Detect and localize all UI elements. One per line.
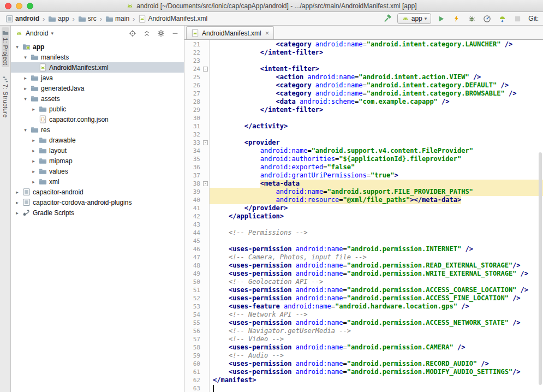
code-line-33[interactable]: <provider bbox=[210, 139, 543, 147]
expander-closed-icon[interactable]: ▸ bbox=[14, 210, 20, 216]
code-line-25[interactable]: <action android:name="android.intent.act… bbox=[210, 73, 543, 81]
tree-item-drawable[interactable]: ▸drawable bbox=[11, 135, 184, 145]
tree-item-layout[interactable]: ▸layout bbox=[11, 145, 184, 156]
expander-closed-icon[interactable]: ▸ bbox=[31, 158, 37, 164]
close-tab-icon[interactable]: × bbox=[265, 29, 270, 37]
collapse-all-button[interactable] bbox=[142, 29, 151, 38]
fold-collapse-icon[interactable]: - bbox=[203, 67, 208, 72]
code-line-56[interactable]: <!-- Navigator.getUserMedia --> bbox=[210, 327, 543, 335]
code-line-45[interactable] bbox=[210, 237, 543, 245]
git-widget[interactable]: Git: bbox=[528, 15, 539, 22]
code-line-55[interactable]: <uses-permission android:name="android.p… bbox=[210, 319, 543, 327]
code-line-51[interactable]: <uses-permission android:name="android.p… bbox=[210, 286, 543, 294]
code-line-62[interactable]: </manifest> bbox=[210, 376, 543, 384]
breadcrumb-main[interactable]: main bbox=[104, 14, 130, 23]
attach-debugger-button[interactable] bbox=[497, 13, 508, 24]
apply-changes-button[interactable] bbox=[451, 13, 462, 24]
tree-item-androidmanifest-xml[interactable]: AndroidManifest.xml bbox=[11, 62, 184, 73]
code-line-60[interactable]: <uses-permission android:name="android.p… bbox=[210, 360, 543, 368]
expander-closed-icon[interactable]: ▸ bbox=[31, 148, 37, 153]
minimize-window-button[interactable] bbox=[16, 3, 22, 9]
code-line-41[interactable]: </provider> bbox=[210, 204, 543, 212]
expander-closed-icon[interactable]: ▸ bbox=[14, 189, 20, 195]
expander-closed-icon[interactable]: ▸ bbox=[14, 200, 20, 205]
code-line-49[interactable]: <uses-permission android:name="android.p… bbox=[210, 270, 543, 278]
code-line-54[interactable]: <!-- Network API --> bbox=[210, 311, 543, 319]
fold-collapse-icon[interactable]: - bbox=[203, 140, 208, 145]
code-line-27[interactable]: <category android:name="android.intent.c… bbox=[210, 90, 543, 98]
code-line-53[interactable]: <uses-feature android:name="android.hard… bbox=[210, 302, 543, 311]
stop-button[interactable] bbox=[512, 13, 523, 24]
expander-closed-icon[interactable]: ▸ bbox=[22, 86, 28, 91]
build-button[interactable] bbox=[382, 13, 393, 24]
code-line-35[interactable]: android:authorities="${applicationId}.fi… bbox=[210, 155, 543, 163]
tree-item-generatedjava[interactable]: ▸generatedJava bbox=[11, 83, 184, 93]
tree-item-capacitor-cordova-android-plugins[interactable]: ▸capacitor-cordova-android-plugins bbox=[11, 197, 184, 207]
locate-file-button[interactable] bbox=[128, 29, 137, 38]
run-button[interactable] bbox=[435, 13, 446, 24]
tree-item-gradle-scripts[interactable]: ▸Gradle Scripts bbox=[11, 207, 184, 218]
debug-button[interactable] bbox=[466, 13, 477, 24]
breadcrumb-app[interactable]: app bbox=[47, 14, 70, 23]
code-line-30[interactable] bbox=[210, 114, 543, 122]
code-line-31[interactable]: </activity> bbox=[210, 122, 543, 130]
profiler-button[interactable] bbox=[481, 13, 492, 24]
tree-item-java[interactable]: ▸java bbox=[11, 73, 184, 83]
zoom-window-button[interactable] bbox=[27, 3, 33, 9]
breadcrumb-androidmanifest-xml[interactable]: AndroidManifest.xml bbox=[137, 14, 208, 23]
tree-item-manifests[interactable]: ▾manifests bbox=[11, 52, 184, 62]
run-config-selector[interactable]: app▾ bbox=[397, 13, 432, 24]
expander-closed-icon[interactable]: ▸ bbox=[31, 169, 37, 174]
expander-closed-icon[interactable]: ▸ bbox=[22, 75, 28, 81]
editor-scrollbar[interactable] bbox=[538, 40, 543, 392]
tree-item-app[interactable]: ▾app bbox=[11, 41, 184, 52]
tree-item-res[interactable]: ▾res bbox=[11, 124, 184, 135]
editor-tab-androidmanifest[interactable]: AndroidManifest.xml × bbox=[186, 26, 274, 39]
tree-item-capacitor-config-json[interactable]: {}capacitor.config.json bbox=[11, 114, 184, 124]
tool-window-button-project[interactable]: 1: Project bbox=[2, 27, 9, 67]
code-line-47[interactable]: <!-- Camera, Photos, input file --> bbox=[210, 253, 543, 262]
expander-open-icon[interactable]: ▾ bbox=[22, 55, 28, 60]
code-line-23[interactable] bbox=[210, 57, 543, 65]
code-line-32[interactable] bbox=[210, 130, 543, 139]
code-line-36[interactable]: android:exported="false" bbox=[210, 163, 543, 171]
code-line-34[interactable]: android:name="android.support.v4.content… bbox=[210, 147, 543, 155]
code-line-50[interactable]: <!-- Geolocation API --> bbox=[210, 278, 543, 286]
tree-item-xml[interactable]: ▸xml bbox=[11, 176, 184, 187]
close-window-button[interactable] bbox=[5, 3, 11, 9]
code-line-21[interactable]: <category android:name="android.intent.c… bbox=[210, 40, 543, 49]
tree-item-values[interactable]: ▸values bbox=[11, 166, 184, 176]
expander-closed-icon[interactable]: ▸ bbox=[31, 138, 37, 143]
code-line-38[interactable]: <meta-data bbox=[210, 180, 543, 188]
code-line-39[interactable]: android:name="android.support.FILE_PROVI… bbox=[210, 188, 543, 196]
code-line-42[interactable]: </application> bbox=[210, 212, 543, 221]
breadcrumb-android[interactable]: android bbox=[4, 14, 40, 23]
code-line-22[interactable]: </intent-filter> bbox=[210, 49, 543, 57]
code-editor[interactable]: <category android:name="android.intent.c… bbox=[210, 40, 543, 392]
breadcrumb-src[interactable]: src bbox=[77, 14, 98, 23]
code-line-37[interactable]: android:grantUriPermissions="true"> bbox=[210, 171, 543, 180]
expander-open-icon[interactable]: ▾ bbox=[22, 96, 28, 102]
code-line-57[interactable]: <!-- Video --> bbox=[210, 335, 543, 343]
code-line-48[interactable]: <uses-permission android:name="android.p… bbox=[210, 262, 543, 270]
code-line-61[interactable]: <uses-permission android:name="android.p… bbox=[210, 368, 543, 376]
code-line-43[interactable] bbox=[210, 221, 543, 229]
code-line-40[interactable]: android:resource="@xml/file_paths"></met… bbox=[210, 196, 543, 204]
code-line-52[interactable]: <uses-permission android:name="android.p… bbox=[210, 294, 543, 302]
code-line-63[interactable] bbox=[210, 384, 543, 392]
expander-closed-icon[interactable]: ▸ bbox=[31, 179, 37, 185]
tree-item-public[interactable]: ▸public bbox=[11, 104, 184, 114]
settings-button[interactable] bbox=[157, 29, 165, 38]
expander-closed-icon[interactable]: ▸ bbox=[31, 106, 37, 112]
hide-panel-button[interactable] bbox=[171, 29, 180, 38]
code-line-59[interactable]: <!-- Audio --> bbox=[210, 352, 543, 360]
code-line-44[interactable]: <!-- Permissions --> bbox=[210, 229, 543, 237]
tree-item-capacitor-android[interactable]: ▸capacitor-android bbox=[11, 187, 184, 197]
fold-collapse-icon[interactable]: - bbox=[203, 181, 208, 186]
code-line-29[interactable]: </intent-filter> bbox=[210, 106, 543, 114]
code-line-24[interactable]: <intent-filter> bbox=[210, 65, 543, 73]
scrollbar-thumb[interactable] bbox=[539, 152, 542, 385]
code-line-58[interactable]: <uses-permission android:name="android.p… bbox=[210, 343, 543, 352]
expander-open-icon[interactable]: ▾ bbox=[14, 44, 20, 50]
project-view-selector[interactable]: Android bbox=[26, 29, 48, 37]
